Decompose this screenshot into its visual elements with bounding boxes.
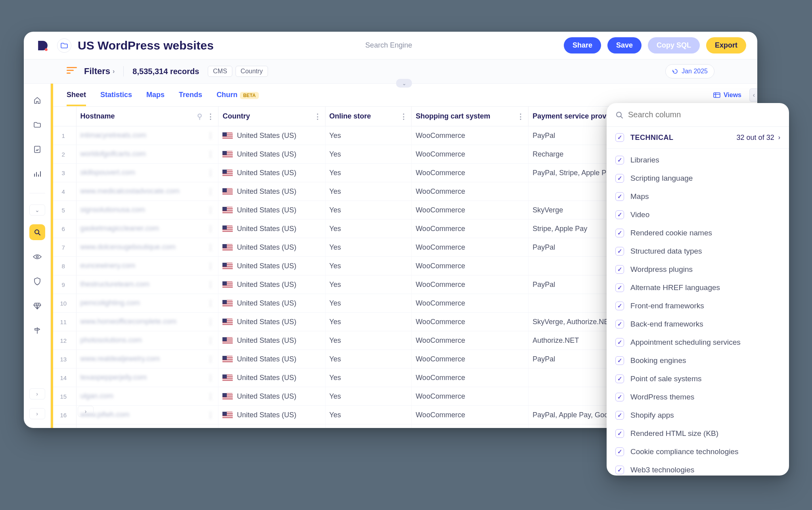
cell-hostname[interactable]: www.realdealjewelry.com⋮ — [76, 350, 218, 369]
row-menu[interactable]: ⋮ — [207, 373, 214, 382]
tab-maps[interactable]: Maps — [146, 91, 165, 99]
column-option[interactable]: Alternate HREF languages — [607, 279, 789, 297]
sidebar-folder[interactable] — [29, 117, 45, 133]
panel-section-technical[interactable]: TECHNICAL 32 out of 32 › — [607, 127, 789, 149]
checkbox[interactable] — [615, 265, 624, 274]
cell-hostname[interactable]: www.pifwh.com⋮ — [76, 406, 218, 424]
row-menu[interactable]: ⋮ — [207, 299, 214, 308]
footer-expand[interactable]: › — [78, 406, 94, 417]
row-menu[interactable]: ⋮ — [207, 280, 214, 289]
cell-hostname[interactable]: www.homeofficecomplete.com⋮ — [76, 313, 218, 331]
cell-hostname[interactable]: pemcolighting.com⋮ — [76, 294, 218, 313]
filter-chip[interactable]: Country — [236, 66, 268, 77]
column-option[interactable]: Libraries — [607, 151, 789, 169]
col-header[interactable]: Hostname⚲⋮ — [76, 107, 218, 126]
column-option[interactable]: Scripting language — [607, 169, 789, 187]
checkbox[interactable] — [615, 466, 624, 474]
row-menu[interactable]: ⋮ — [207, 411, 214, 419]
column-option[interactable]: Maps — [607, 187, 789, 206]
cell-hostname[interactable]: worldofgolfcarts.com⋮ — [76, 145, 218, 164]
views-button[interactable]: Views — [713, 92, 741, 99]
column-option[interactable]: Rendered HTML size (KB) — [607, 424, 789, 443]
checkbox[interactable] — [615, 393, 624, 401]
checkbox[interactable] — [615, 156, 624, 164]
col-header[interactable]: Online store⋮ — [325, 107, 412, 126]
checkbox[interactable] — [615, 447, 624, 456]
cell-hostname[interactable]: texaspepperjelly.com⋮ — [76, 369, 218, 387]
sidebar-eye[interactable] — [29, 249, 45, 265]
column-option[interactable]: Booking engines — [607, 351, 789, 370]
sidebar-expand-2[interactable]: › — [29, 408, 45, 419]
row-menu[interactable]: ⋮ — [207, 392, 214, 401]
tab-churn[interactable]: ChurnBETA — [216, 91, 259, 99]
filters-button[interactable]: Filters › — [84, 66, 115, 76]
row-menu[interactable]: ⋮ — [207, 224, 214, 233]
cell-hostname[interactable]: www.dolcerougeboutique.com⋮ — [76, 238, 218, 257]
row-menu[interactable]: ⋮ — [207, 262, 214, 270]
sidebar-search[interactable] — [29, 224, 45, 240]
section-checkbox[interactable] — [615, 133, 624, 142]
checkbox[interactable] — [615, 320, 624, 329]
sidebar-signpost[interactable] — [29, 323, 45, 338]
checkbox[interactable] — [615, 374, 624, 383]
column-menu[interactable]: ⋮ — [207, 112, 214, 121]
column-option[interactable]: Point of sale systems — [607, 370, 789, 388]
save-button[interactable]: Save — [607, 37, 642, 53]
column-option[interactable]: Wordpress plugins — [607, 260, 789, 279]
cell-hostname[interactable]: photosolutions.com⋮ — [76, 331, 218, 350]
checkbox[interactable] — [615, 283, 624, 292]
row-menu[interactable]: ⋮ — [207, 317, 214, 326]
tab-trends[interactable]: Trends — [179, 91, 202, 99]
column-search-input[interactable] — [628, 110, 780, 119]
column-option[interactable]: Back-end frameworks — [607, 315, 789, 333]
folder-icon[interactable] — [57, 38, 71, 53]
checkbox[interactable] — [615, 356, 624, 365]
sidebar-shield[interactable] — [29, 273, 45, 289]
row-menu[interactable]: ⋮ — [207, 150, 214, 159]
cell-hostname[interactable]: thestructureteam.com⋮ — [76, 275, 218, 294]
panel-collapse[interactable]: ‹ — [749, 88, 757, 102]
checkbox[interactable] — [615, 302, 624, 310]
sidebar-collapse-1[interactable]: ⌄ — [29, 204, 45, 216]
copy-sql-button[interactable]: Copy SQL — [648, 37, 700, 53]
cell-hostname[interactable]: gasketmagiccleaner.com⋮ — [76, 220, 218, 238]
share-button[interactable]: Share — [564, 37, 601, 53]
col-header[interactable]: Country⋮ — [218, 107, 325, 126]
checkbox[interactable] — [615, 338, 624, 347]
column-option[interactable]: Front-end frameworks — [607, 297, 789, 315]
checkbox[interactable] — [615, 247, 624, 256]
sidebar-diamond[interactable] — [29, 298, 45, 314]
search-engine-link[interactable]: Search Engine — [365, 41, 412, 50]
cell-hostname[interactable]: mptindustries.com⋮ — [76, 424, 218, 428]
checkbox[interactable] — [615, 174, 624, 183]
sidebar-analytics[interactable] — [29, 166, 45, 182]
cell-hostname[interactable]: signsolutionusa.com⋮ — [76, 201, 218, 220]
checkbox[interactable] — [615, 229, 624, 237]
sidebar-expand-1[interactable]: › — [29, 388, 45, 399]
column-option[interactable]: Cookie compliance technologies — [607, 443, 789, 461]
column-menu[interactable]: ⋮ — [517, 112, 524, 121]
col-header[interactable]: Shopping cart system⋮ — [412, 107, 529, 126]
row-menu[interactable]: ⋮ — [207, 206, 214, 214]
column-option[interactable]: Video — [607, 206, 789, 224]
cell-hostname[interactable]: ulgan.com⋮ — [76, 387, 218, 406]
sidebar-report[interactable] — [29, 141, 45, 157]
cell-hostname[interactable]: skillspouvert.com⋮ — [76, 164, 218, 182]
cell-hostname[interactable]: intimacyretreats.com⋮ — [76, 126, 218, 145]
sidebar-home[interactable] — [29, 92, 45, 108]
column-option[interactable]: Appointment scheduling services — [607, 333, 789, 351]
checkbox[interactable] — [615, 210, 624, 219]
row-menu[interactable]: ⋮ — [207, 355, 214, 363]
column-option[interactable]: Web3 technologies — [607, 461, 789, 476]
row-menu[interactable]: ⋮ — [207, 243, 214, 252]
column-option[interactable]: Rendered cookie names — [607, 224, 789, 242]
column-option[interactable]: Shopify apps — [607, 406, 789, 424]
date-picker[interactable]: Jan 2025 — [665, 64, 714, 78]
cell-hostname[interactable]: euncewinery.com⋮ — [76, 257, 218, 275]
tab-statistics[interactable]: Statistics — [100, 91, 132, 99]
row-menu[interactable]: ⋮ — [207, 168, 214, 177]
row-menu[interactable]: ⋮ — [207, 187, 214, 196]
cell-hostname[interactable]: www.medicalcostadvocate.com⋮ — [76, 182, 218, 201]
column-option[interactable]: Structured data types — [607, 242, 789, 260]
checkbox[interactable] — [615, 411, 624, 420]
